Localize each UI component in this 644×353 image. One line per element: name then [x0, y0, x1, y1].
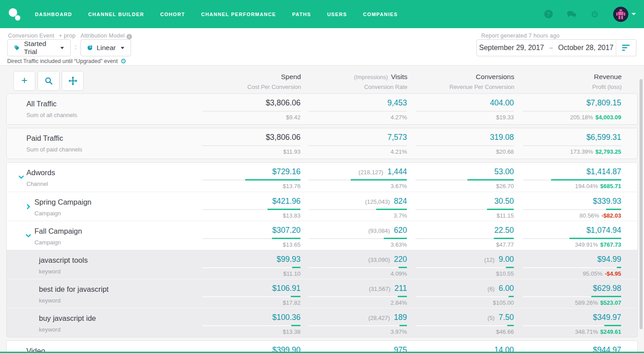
cell-visits: (93,084)6203.63% [291, 221, 407, 250]
value-bar [604, 325, 621, 326]
value-sub: 348.71%$249.61 [505, 328, 621, 335]
cell-conversions: 14.00 [398, 341, 514, 353]
value-bar [569, 238, 621, 239]
value-divider [415, 267, 514, 268]
attribution-logo[interactable] [8, 8, 21, 21]
row-type-label: keyword [39, 297, 60, 304]
value-main[interactable]: $629.98 [593, 284, 621, 293]
row-title: javascript tools [39, 256, 88, 265]
report-generated-label: Report generated 7 hours ago [481, 33, 559, 39]
cell-revenue: $629.98589.26%$523.07 [505, 279, 621, 308]
cell-conversions: 22.50$47.77 [398, 221, 514, 250]
value-main[interactable]: $6,599.31 [586, 133, 621, 142]
value-sub: 3.63% [291, 241, 407, 248]
info-icon[interactable]: i [127, 34, 132, 39]
date-range-picker[interactable]: September 29, 2017 – October 28, 2017 [476, 39, 636, 56]
cell-conversions: 319.08$20.68 [398, 128, 514, 159]
chevron-down-icon[interactable] [18, 174, 24, 180]
column-header-spend[interactable]: Spend Cost Per Conversion [185, 73, 301, 90]
nav-item-users[interactable]: USERS [327, 12, 347, 17]
value-bar [551, 179, 621, 181]
value-sub: $13.83 [184, 212, 301, 219]
value-sub: 2.84% [291, 299, 407, 306]
profit-percent: 205.18% [570, 114, 593, 121]
nav-item-paths[interactable]: PATHS [292, 12, 311, 17]
table-card: Paid TrafficSum of paid channels$3,806.0… [6, 128, 638, 159]
help-icon[interactable]: ? [543, 9, 553, 19]
value-main[interactable]: $349.97 [593, 313, 621, 322]
move-icon [68, 76, 77, 85]
cell-conversions: 30.50$11.15 [398, 192, 514, 221]
note-settings-gear-icon[interactable]: ⚙ [120, 58, 126, 64]
impressions-count: (218,127) [359, 169, 384, 176]
value-sub: $10.55 [398, 270, 514, 277]
conversion-count: (6) [487, 286, 495, 292]
value-sub: $26.70 [398, 183, 514, 189]
cell-visits: (28,427)1893.97% [291, 308, 407, 337]
cell-conversions: (6)6.00$105.00 [398, 279, 514, 308]
value-divider [202, 296, 301, 297]
row-title: Fall Campaign [34, 227, 82, 235]
row-type-label: Campaign [34, 210, 61, 217]
move-button[interactable] [62, 71, 84, 91]
table-row: javascript toolskeyword$99.93$11.10(33,0… [7, 250, 637, 279]
value-sub: $13.76 [184, 183, 301, 189]
add-prop-link[interactable]: + prop [59, 33, 76, 39]
value-sub: $20.68 [398, 148, 514, 155]
tag-icon [14, 44, 20, 51]
settings-gear-icon[interactable]: ⚙ [590, 9, 600, 19]
filter-icon-button[interactable] [616, 40, 636, 56]
cell-visits: (33,090)2204.09% [291, 250, 407, 279]
cell-spend: $421.96$13.83 [184, 192, 301, 221]
chevron-right-icon[interactable] [25, 204, 31, 210]
value-divider [309, 296, 407, 297]
value-main[interactable]: $339.93 [593, 197, 621, 206]
nav-item-cohort[interactable]: COHORT [160, 12, 185, 17]
value-sub: 194.04%$685.71 [505, 183, 621, 189]
cell-revenue: $94.9995.05%-$4.95 [505, 250, 621, 279]
nav-item-companies[interactable]: COMPANIES [363, 12, 398, 17]
scrollbar-thumb[interactable] [640, 79, 643, 329]
value-divider [309, 325, 407, 326]
chat-icon[interactable] [567, 9, 576, 19]
value-sub: $13.38 [184, 328, 301, 335]
nav-item-channel-builder[interactable]: CHANNEL BUILDER [88, 12, 144, 17]
cell-revenue: $1,414.87194.04%$685.71 [505, 163, 621, 192]
cell-spend: $3,806.06$9.42 [184, 94, 301, 124]
value-sub: 3.67% [291, 183, 407, 189]
row-title: Spring Campaign [34, 198, 92, 206]
value-main[interactable]: $1,074.94 [586, 226, 621, 235]
nav-menu: DASHBOARD CHANNEL BUILDER COHORT CHANNEL… [35, 12, 398, 17]
conversion-count: (5) [487, 315, 495, 321]
column-header-revenue[interactable]: Revenue Profit (loss) [505, 73, 622, 90]
column-header-conversions[interactable]: Conversions Revenue Per Conversion [398, 73, 514, 90]
date-dash: – [549, 44, 553, 51]
chevron-down-icon[interactable] [25, 233, 31, 239]
column-header-visits[interactable]: (Impressions)Visits Conversion Rate [291, 73, 407, 90]
attribution-model-dropdown[interactable]: Linear [80, 39, 131, 56]
value-main[interactable]: $7,809.15 [586, 98, 621, 108]
search-icon [45, 77, 53, 85]
profit-percent: 589.26% [575, 299, 598, 306]
value-main[interactable]: $1,414.87 [586, 167, 621, 176]
user-menu[interactable] [613, 7, 636, 22]
value-sub: $17.82 [184, 299, 301, 306]
cell-visits: 9,4534.27% [291, 94, 407, 124]
profit-value: -$82.03 [602, 212, 621, 219]
nav-item-channel-performance[interactable]: CHANNEL PERFORMANCE [201, 12, 276, 17]
value-sub: 4.09% [291, 270, 407, 277]
value-sub: 3.7% [291, 212, 407, 219]
value-sub: 4.27% [291, 114, 407, 121]
add-channel-button[interactable]: + [13, 71, 35, 91]
value-sub: $9.42 [184, 114, 301, 121]
search-button[interactable] [38, 71, 59, 91]
value-main[interactable]: $94.99 [597, 255, 621, 264]
value-divider [202, 111, 301, 112]
profit-percent: 348.71% [575, 328, 598, 335]
avatar [613, 7, 628, 22]
chevron-down-icon [121, 47, 124, 49]
nav-item-dashboard[interactable]: DASHBOARD [35, 12, 72, 17]
table-card: AdwordsChannel$729.16$13.76(218,127)1,44… [6, 162, 638, 337]
impressions-count: (125,043) [365, 198, 390, 205]
conversion-event-dropdown[interactable]: Started Trial [7, 39, 71, 56]
